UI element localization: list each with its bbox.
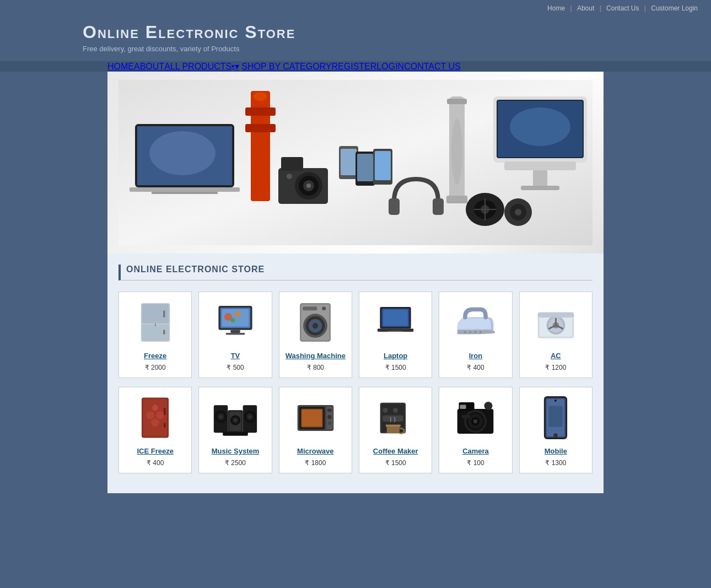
svg-rect-27: [446, 196, 467, 203]
iron-icon: [455, 303, 496, 342]
nav-about[interactable]: ABOUT: [134, 62, 164, 72]
svg-point-3: [149, 131, 216, 175]
camera-name: Camera: [444, 447, 507, 455]
product-freeze[interactable]: Freeze ₹ 2000: [118, 292, 192, 378]
nav-login[interactable]: LOGIN: [376, 62, 404, 72]
nav-contact-us[interactable]: CONTACT US: [404, 62, 461, 72]
nav-register[interactable]: REGISTER: [332, 62, 377, 72]
product-microwave[interactable]: Microwave ₹ 1800: [279, 387, 352, 473]
svg-point-74: [480, 331, 482, 333]
nav-all-products[interactable]: ALL PRODUCTS: [164, 62, 231, 72]
svg-rect-18: [341, 149, 357, 175]
laptop-price: ₹ 1500: [385, 364, 406, 371]
svg-point-9: [254, 92, 267, 101]
svg-rect-91: [164, 423, 166, 428]
svg-point-128: [473, 419, 478, 424]
svg-rect-68: [383, 310, 408, 326]
svg-point-73: [475, 331, 477, 333]
svg-point-135: [553, 433, 558, 438]
nav-inner: HOME ABOUT ALL PRODUCTS ▾ SHOP BY CATEGO…: [107, 61, 604, 72]
svg-rect-49: [163, 330, 165, 335]
ac-name: AC: [524, 352, 588, 360]
site-title: Online Electronic Store: [83, 22, 700, 42]
microwave-price: ₹ 1800: [305, 459, 326, 467]
product-grid-row1: Freeze ₹ 2000: [118, 292, 592, 378]
nav-shop-by-category-container: ▾ SHOP BY CATEGORY: [231, 61, 331, 72]
microwave-icon: [295, 400, 336, 436]
nav-home[interactable]: HOME: [107, 62, 134, 72]
product-ac[interactable]: AC ₹ 1200: [519, 292, 592, 378]
svg-rect-11: [281, 157, 303, 171]
svg-point-72: [470, 331, 472, 333]
home-link[interactable]: Home: [547, 4, 565, 12]
product-coffee-maker[interactable]: Coffee Maker ₹ 1500: [359, 387, 432, 473]
svg-rect-23: [389, 198, 400, 215]
laptop-image: [364, 298, 427, 347]
svg-rect-117: [387, 425, 400, 433]
svg-point-114: [328, 422, 331, 425]
svg-point-71: [464, 331, 466, 333]
freeze-icon: [136, 300, 175, 344]
hero-svg: [118, 80, 592, 245]
music-system-icon: [213, 397, 258, 439]
music-system-image: [203, 393, 267, 443]
iron-name: Iron: [444, 352, 507, 360]
svg-rect-90: [164, 408, 166, 416]
about-link[interactable]: About: [577, 4, 594, 12]
laptop-name: Laptop: [364, 352, 427, 360]
svg-point-131: [484, 402, 493, 410]
product-tv[interactable]: TV ₹ 500: [198, 292, 272, 378]
svg-point-37: [510, 107, 570, 146]
svg-rect-48: [163, 310, 165, 317]
contact-us-link[interactable]: Contact Us: [606, 4, 639, 12]
svg-rect-22: [375, 151, 391, 180]
svg-point-120: [393, 407, 398, 412]
section-title: ONLINE ELECTRONIC STORE: [126, 265, 265, 274]
svg-point-43: [515, 209, 521, 215]
svg-rect-38: [504, 161, 576, 170]
product-music-system[interactable]: Music System ₹ 2500: [198, 387, 272, 473]
svg-rect-40: [521, 186, 559, 190]
svg-rect-57: [225, 332, 245, 335]
svg-rect-112: [327, 408, 332, 412]
nav-shop-by-category[interactable]: ▾ SHOP BY CATEGORY: [231, 61, 331, 72]
svg-point-54: [235, 311, 241, 317]
ac-image: [524, 298, 588, 347]
product-camera[interactable]: Camera ₹ 100: [439, 387, 512, 473]
svg-rect-83: [538, 312, 574, 317]
svg-point-96: [234, 419, 236, 422]
product-ice-freeze[interactable]: ICE Freeze ₹ 400: [118, 387, 192, 473]
svg-rect-39: [533, 170, 547, 187]
product-laptop[interactable]: Laptop ₹ 1500: [359, 292, 432, 378]
svg-rect-7: [245, 107, 276, 116]
svg-rect-110: [302, 409, 322, 426]
dropdown-arrow-icon: ▾: [235, 61, 239, 72]
tv-price: ₹ 500: [227, 364, 244, 371]
ice-freeze-icon: [137, 395, 173, 440]
section-header: ONLINE ELECTRONIC STORE: [118, 265, 592, 280]
svg-rect-20: [357, 154, 373, 181]
svg-rect-8: [245, 124, 276, 132]
product-iron[interactable]: Iron ₹ 400: [439, 292, 512, 378]
washing-machine-price: ₹ 800: [307, 364, 324, 371]
product-mobile[interactable]: Mobile ₹ 1300: [519, 387, 592, 473]
nav-shop-by-category-label: SHOP BY CATEGORY: [241, 62, 331, 72]
svg-rect-105: [223, 432, 248, 436]
svg-rect-70: [388, 331, 403, 332]
laptop-icon: [375, 303, 416, 342]
svg-rect-121: [383, 415, 403, 421]
ice-freeze-image: [123, 393, 187, 443]
camera-image: [444, 393, 507, 443]
washing-machine-name: Washing Machine: [284, 352, 347, 360]
camera-icon: [455, 399, 496, 436]
hero-banner: [107, 72, 604, 253]
product-washing-machine[interactable]: Washing Machine ₹ 800: [279, 292, 352, 378]
customer-login-link[interactable]: Customer Login: [651, 4, 698, 12]
svg-point-119: [383, 407, 387, 412]
tv-image: [203, 298, 267, 347]
svg-point-136: [554, 400, 557, 402]
svg-point-100: [219, 415, 222, 418]
svg-point-15: [306, 184, 311, 188]
washing-machine-icon: [296, 300, 335, 344]
svg-rect-137: [549, 406, 563, 427]
